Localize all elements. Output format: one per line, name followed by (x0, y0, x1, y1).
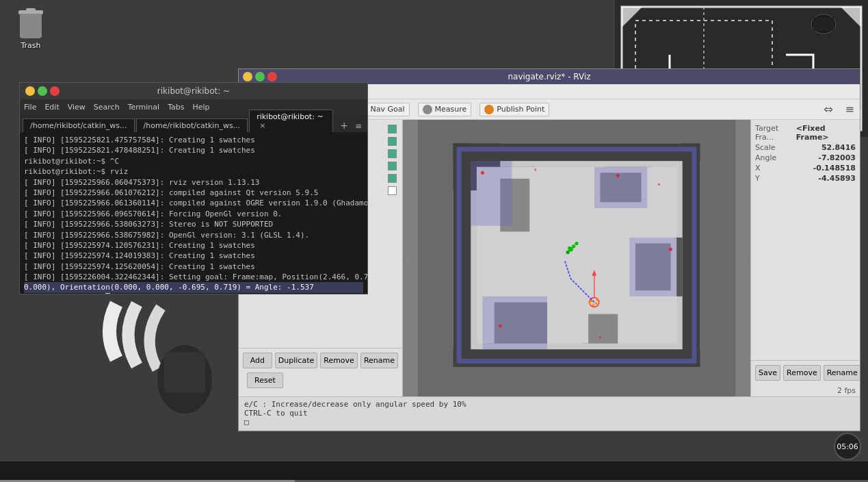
robot-overlay (82, 290, 219, 427)
status-line-1: e/C : Increase/decrease only angular spe… (244, 400, 854, 409)
duplicate-button[interactable]: Duplicate (275, 353, 317, 368)
svg-rect-29 (471, 161, 512, 226)
trash-label: Trash (21, 41, 40, 50)
terminal-tab-2[interactable]: rikibot@rikibot: ~ × (249, 110, 333, 132)
robot-model-checkbox[interactable] (388, 174, 397, 183)
term-menu-view[interactable]: View (68, 103, 86, 112)
save-button[interactable]: Save (755, 365, 780, 381)
scroll-right-arrow[interactable]: › (743, 251, 748, 266)
global-map-checkbox[interactable] (388, 125, 397, 134)
term-line-10: [ INFO] [1595225974.120576231]: Creating… (24, 240, 363, 251)
terminal-tab-1[interactable]: /home/rikibot/catkin_ws... (136, 118, 248, 132)
term-line-13: [ INFO] [1595226004.322462344]: Setting … (24, 272, 363, 282)
term-line-0: [ INFO] [1595225821.475757584]: Creating… (24, 135, 363, 145)
term-line-2: rikibot@rikibot:~$ ^C (24, 156, 363, 166)
full-plan-checkbox[interactable] (388, 162, 397, 170)
scale-value: 52.8416 (821, 143, 856, 152)
terminal-tab-options[interactable]: ≡ (352, 120, 365, 132)
svg-point-49 (590, 300, 592, 302)
terminal-window: rikibot@rikibot: ~ File Edit View Search… (19, 82, 368, 294)
measure-button[interactable]: Measure (418, 103, 472, 116)
svg-point-50 (595, 302, 597, 304)
svg-rect-16 (683, 143, 700, 367)
reset-button[interactable]: Reset (247, 372, 283, 388)
svg-rect-30 (594, 167, 647, 208)
rviz-maximize-button[interactable] (255, 72, 265, 81)
term-menu-search[interactable]: Search (94, 103, 120, 112)
rviz-toolbar-expand[interactable]: ⇔ (824, 103, 832, 116)
right-rename-button[interactable]: Rename (824, 365, 860, 381)
taskbar (0, 461, 868, 482)
remove-button[interactable]: Remove (320, 353, 358, 368)
svg-point-34 (481, 171, 484, 175)
svg-rect-28 (588, 314, 618, 344)
svg-point-53 (588, 302, 590, 304)
right-remove-button[interactable]: Remove (783, 365, 821, 381)
term-menu-edit[interactable]: Edit (44, 103, 59, 112)
term-menu-help[interactable]: Help (193, 103, 210, 112)
x-row: X -0.148518 (755, 164, 856, 173)
y-label: Y (755, 174, 760, 183)
svg-point-44 (566, 251, 570, 254)
scale-label: Scale (755, 143, 776, 152)
svg-point-40 (599, 336, 601, 338)
measure-icon (423, 105, 432, 114)
svg-point-38 (669, 248, 672, 251)
svg-rect-17 (453, 349, 700, 367)
terminal-minimize-button[interactable] (25, 86, 35, 96)
svg-point-35 (534, 168, 536, 170)
rviz-close-button[interactable] (267, 72, 277, 81)
terminal-title: rikibot@rikibot: ~ (157, 86, 230, 96)
term-line-highlight: 0.000), Orientation(0.000, 0.000, -0.695… (24, 282, 363, 292)
angle-row: Angle -7.82003 (755, 153, 856, 162)
trash-icon (16, 7, 45, 40)
rviz-toolbar-collapse[interactable]: ≡ (845, 103, 854, 116)
svg-rect-31 (629, 238, 676, 296)
status-line-3: □ (244, 418, 854, 427)
rviz-window-controls[interactable] (243, 72, 277, 81)
term-menu-tabs[interactable]: Tabs (168, 103, 184, 112)
angle-value: -7.82003 (818, 153, 856, 162)
add-button[interactable]: Add (243, 353, 272, 368)
svg-point-52 (596, 299, 598, 301)
terminal-tab-close[interactable]: × (259, 121, 265, 130)
terminal-window-controls[interactable] (25, 86, 60, 96)
amcl-checkbox[interactable] (388, 149, 397, 158)
svg-point-51 (592, 304, 594, 306)
terminal-maximize-button[interactable] (38, 86, 47, 96)
publish-point-label: Publish Point (497, 105, 544, 114)
rviz-map-area[interactable]: ‹ › (403, 120, 750, 396)
trash-icon-container[interactable]: Trash (16, 7, 45, 50)
publish-point-icon (484, 105, 494, 114)
rviz-panel-buttons: Add Duplicate Remove Rename (239, 348, 402, 372)
rviz-minimize-button[interactable] (243, 72, 252, 81)
scroll-left-arrow[interactable]: ‹ (406, 251, 410, 266)
term-line-8: [ INFO] [1595225966.538063273]: Stereo i… (24, 219, 363, 229)
navigation-map (403, 120, 750, 396)
angle-label: Angle (755, 153, 776, 162)
svg-point-45 (568, 246, 571, 250)
term-line-5: [ INFO] [1595225966.061076212]: compiled… (24, 188, 363, 198)
scale-row: Scale 52.8416 (755, 143, 856, 152)
svg-point-37 (658, 183, 660, 186)
terminal-close-button[interactable] (50, 86, 60, 96)
terminal-tabs: /home/rikibot/catkin_ws... /home/rikibot… (20, 114, 367, 132)
x-label: X (755, 164, 761, 173)
terminal-new-tab-button[interactable]: + (337, 118, 351, 132)
publish-point-button[interactable]: Publish Point (479, 103, 549, 116)
terminal-prompt-line: rikibot@rikibot:~$ (24, 293, 363, 294)
terminal-tab-0[interactable]: /home/rikibot/catkin_ws... (23, 118, 135, 132)
target-frame-label: Target Fra... (755, 124, 796, 142)
status-line-2: CTRL-C to quit (244, 409, 854, 418)
rviz-right-panel: Target Fra... <Fixed Frame> Scale 52.841… (750, 120, 860, 396)
local-map-checkbox[interactable] (388, 137, 397, 146)
term-menu-file[interactable]: File (24, 103, 36, 112)
terminal-body[interactable]: [ INFO] [1595225821.475757584]: Creating… (20, 132, 367, 294)
svg-rect-15 (453, 143, 471, 367)
measure-label: Measure (435, 105, 467, 114)
rename-button[interactable]: Rename (360, 353, 398, 368)
rviz-info-panel: Target Fra... <Fixed Frame> Scale 52.841… (751, 120, 860, 360)
term-menu-terminal[interactable]: Terminal (128, 103, 160, 112)
pose-array-checkbox[interactable] (388, 186, 397, 195)
term-line-12: [ INFO] [1595225974.125620054]: Creating… (24, 262, 363, 272)
